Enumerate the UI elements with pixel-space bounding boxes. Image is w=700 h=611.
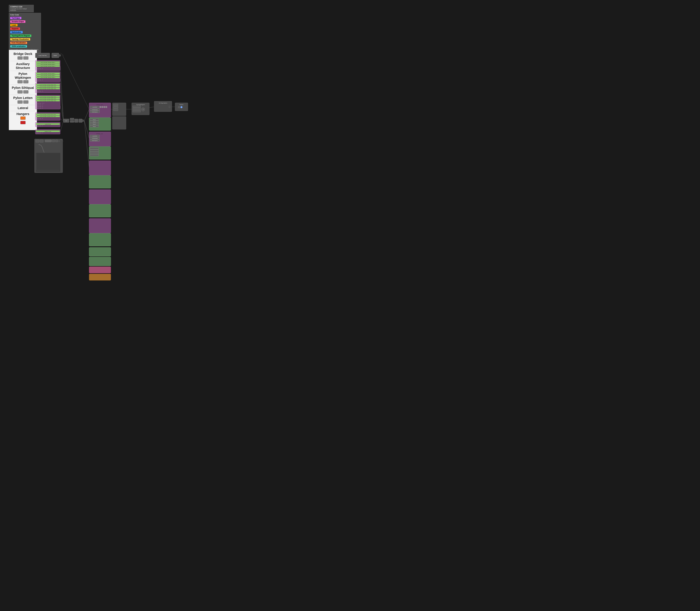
svg-text:TrailTopology: TrailTopology <box>92 109 97 110</box>
app-title: COMPAS CEM <box>10 6 32 8</box>
app-copyright: Copyright (c) 2021 Rafael Pastrana <box>10 8 32 11</box>
svg-text:Load Trail Edge Topology Rows : Load Trail Edge Topology Rows Pylon <box>40 114 56 115</box>
svg-rect-71 <box>79 119 82 122</box>
svg-rect-7 <box>36 61 60 63</box>
svg-rect-82 <box>90 109 100 110</box>
divider-3 <box>10 85 35 85</box>
svg-rect-106 <box>90 152 99 154</box>
svg-rect-9 <box>36 63 60 65</box>
svg-point-137 <box>181 106 182 108</box>
svg-rect-27 <box>36 88 60 89</box>
svg-rect-76 <box>90 106 100 108</box>
badge-supports: Supports <box>10 27 40 30</box>
svg-text:Join: Join <box>65 120 67 121</box>
svg-rect-55 <box>34 139 63 173</box>
svg-rect-114 <box>89 248 111 256</box>
svg-rect-105 <box>90 150 99 152</box>
wire-canvas: Load Trail File Param ⊙ Load Trail Edge … <box>0 50 700 611</box>
svg-rect-57 <box>40 140 43 142</box>
supports-badge: Supports <box>10 28 20 30</box>
svg-rect-107 <box>90 154 99 156</box>
badge-form-vis: Form Visualization <box>10 41 40 44</box>
lateral-label: Lateral <box>10 106 35 110</box>
svg-line-148 <box>60 79 63 121</box>
badge-loads: Loads <box>10 24 40 27</box>
svg-rect-109 <box>89 176 111 188</box>
svg-rect-97 <box>90 135 100 137</box>
svg-text:Load Trail Edge Topology Edges: Load Trail Edge Topology Edges 2 <box>41 75 55 76</box>
divider-2 <box>10 71 35 71</box>
badge-optimization: Optimization <box>10 31 40 34</box>
svg-line-139 <box>63 56 89 109</box>
svg-rect-116 <box>89 267 111 273</box>
svg-text:NodeSupport: NodeSupport <box>92 111 97 113</box>
svg-line-147 <box>60 66 63 121</box>
svg-line-150 <box>60 106 63 121</box>
pylon-sihlquai-icons <box>10 90 35 93</box>
svg-text:Result: Result <box>93 119 95 120</box>
svg-line-149 <box>60 92 63 121</box>
svg-rect-95 <box>89 132 111 146</box>
svg-rect-125 <box>133 106 141 108</box>
svg-rect-60 <box>56 140 58 142</box>
svg-point-81 <box>106 106 107 108</box>
svg-text:Closed Trail... ▼: Closed Trail... ▼ <box>36 68 43 69</box>
bridge-deck-icon-2 <box>23 56 28 60</box>
svg-text:Load Trail Edge Topology Edges: Load Trail Edge Topology Edges Pylon <box>40 88 56 89</box>
svg-text:Load Trail Edge Topology Edges: Load Trail Edge Topology Edges Pylon <box>40 86 56 87</box>
pylon-wipkingen-label: Pylon Wipkingen <box>10 72 35 79</box>
pylon-sihlquai-icon-1 <box>17 90 22 93</box>
svg-text:Hangers Group: Hangers Group <box>45 131 51 132</box>
svg-text:NodeSupport: NodeSupport <box>92 140 97 141</box>
svg-rect-128 <box>141 108 145 111</box>
svg-rect-108 <box>89 161 111 175</box>
svg-text:Load Trail Edge Topology Edges: Load Trail Edge Topology Edges 1 <box>41 73 55 74</box>
hangers-icons <box>10 117 35 120</box>
svg-rect-122 <box>112 117 126 129</box>
pylon-wipkingen-icon-1 <box>17 80 22 84</box>
trail-edges-badge: Trail Edges <box>10 17 21 19</box>
divider-6 <box>10 111 35 111</box>
pylon-wipkingen-icon-2 <box>23 80 28 84</box>
badge-trail-edges: Trail Edges <box>10 16 40 19</box>
loads-badge: Loads <box>10 24 17 26</box>
svg-rect-41 <box>35 113 60 120</box>
svg-point-132 <box>168 106 170 108</box>
svg-text:Closed Trail... ▼: Closed Trail... ▼ <box>36 106 43 107</box>
svg-rect-111 <box>89 204 111 217</box>
topology-vis-badge: Topology Visualization <box>10 38 30 41</box>
svg-rect-17 <box>36 75 60 76</box>
svg-rect-25 <box>36 86 60 87</box>
svg-rect-126 <box>133 108 141 110</box>
svg-text:Closed Trail... ▼: Closed Trail... ▼ <box>36 79 43 80</box>
color-code-panel: Color Code Trail Edges Deviation Edges L… <box>9 13 41 53</box>
json-badge: JSON serialization <box>10 45 27 47</box>
svg-rect-115 <box>89 257 111 266</box>
svg-rect-112 <box>89 219 111 233</box>
svg-rect-120 <box>113 106 118 108</box>
bridge-deck-label: Bridge Deck <box>10 52 35 56</box>
svg-rect-33 <box>36 98 60 100</box>
svg-text:Closed Trail... ▼: Closed Trail... ▼ <box>36 91 43 92</box>
svg-rect-74 <box>89 103 111 117</box>
svg-rect-118 <box>112 103 126 116</box>
svg-rect-103 <box>89 147 111 159</box>
deviation-edges-badge: Deviation Edges <box>10 20 25 23</box>
hangers-icon-orange <box>20 117 26 120</box>
svg-text:TrailTopology: TrailTopology <box>92 138 97 139</box>
svg-point-79 <box>102 106 103 108</box>
form-vis-badge: Form Visualization <box>10 42 27 44</box>
svg-rect-47 <box>35 122 60 127</box>
svg-text:Lateral Group: Lateral Group <box>45 124 51 125</box>
svg-rect-48 <box>36 123 60 125</box>
color-code-header: Color Code <box>10 14 40 16</box>
svg-text:Load Trail Edge Topology Edges: Load Trail Edge Topology Edges 2 <box>41 64 55 65</box>
svg-rect-89 <box>90 121 99 123</box>
svg-rect-117 <box>89 274 111 280</box>
svg-rect-42 <box>36 114 60 115</box>
optimization-badge: Optimization <box>10 31 22 33</box>
svg-rect-91 <box>90 123 99 125</box>
title-panel: COMPAS CEM Copyright (c) 2021 Rafael Pas… <box>9 5 34 12</box>
svg-line-153 <box>60 139 63 141</box>
svg-point-72 <box>82 120 84 122</box>
